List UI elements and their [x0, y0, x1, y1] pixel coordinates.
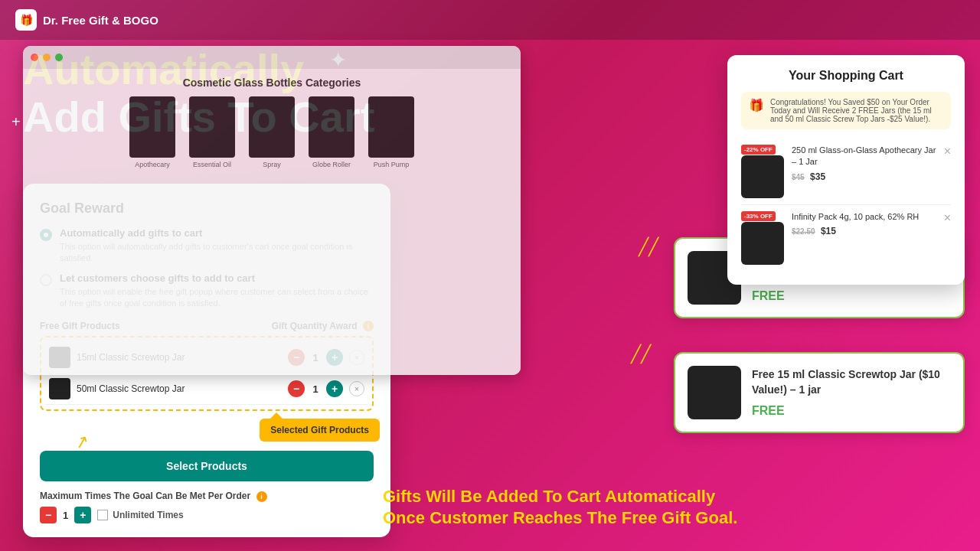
grid-item-2: Essential Oil	[185, 96, 239, 168]
cart-title: Your Shopping Cart	[741, 69, 951, 83]
cart-item-price-2: $22.50 $15	[792, 226, 936, 236]
qty-control-2: − 1 +	[288, 380, 343, 397]
cart-item-info-2: Infinity Pack 4g, 10 pack, 62% RH $22.50…	[792, 211, 936, 236]
product-row-2: 50ml Classic Screwtop Jar − 1 + ×	[46, 373, 368, 405]
free-gift-img-2	[688, 366, 741, 419]
qty-value-2: 1	[309, 383, 322, 395]
browser-page-title: Cosmetic Glass Bottles Categories	[31, 77, 513, 89]
product-thumb-2	[49, 378, 70, 399]
selected-tooltip: Selected Gift Products	[260, 419, 380, 442]
congrats-text: Congratulations! You Saved $50 on Your O…	[770, 98, 943, 123]
cart-badge-1: -22% OFF	[741, 145, 776, 155]
remove-2[interactable]: ×	[349, 381, 364, 396]
free-gift-price-1: FREE	[752, 289, 951, 303]
grid-item-1: Apothecary	[126, 96, 179, 168]
cart-item-2: -33% OFF Infinity Pack 4g, 10 pack, 62% …	[741, 205, 951, 271]
cart-item-price-1: $45 $35	[792, 171, 936, 182]
grid-label-4: Globe Roller	[305, 161, 358, 168]
free-gift-card-2: Free 15 ml Classic Screwtop Jar ($10 Val…	[674, 352, 965, 433]
app-header: 🎁 Dr. Free Gift & BOGO	[0, 0, 980, 40]
product-grid: Apothecary Essential Oil Spray Globe Rol…	[31, 96, 513, 168]
free-gift-price-2: FREE	[752, 404, 951, 418]
browser-dot-yellow	[43, 54, 51, 61]
max-plus-btn[interactable]: +	[74, 507, 91, 523]
cart-item-name-2: Infinity Pack 4g, 10 pack, 62% RH	[792, 211, 936, 223]
cart-item-old-price-1: $45	[792, 173, 805, 181]
qty-plus-2[interactable]: +	[326, 380, 343, 397]
browser-mock: Cosmetic Glass Bottles Categories Apothe…	[23, 46, 521, 375]
grid-item-4: Globe Roller	[305, 96, 358, 168]
grid-label-1: Apothecary	[126, 161, 179, 168]
cart-item-name-1: 250 ml Glass-on-Glass Apothecary Jar – 1…	[792, 145, 936, 168]
grid-item-5: Push Pump	[364, 96, 418, 168]
grid-img-2	[189, 96, 235, 158]
sparkle-2: ╱╱	[631, 344, 651, 364]
product-name-2: 50ml Classic Screwtop Jar	[77, 383, 282, 394]
grid-label-3: Spray	[245, 161, 299, 168]
free-gift-info-2: Free 15 ml Classic Screwtop Jar ($10 Val…	[752, 367, 951, 417]
cart-badge-2: -33% OFF	[741, 211, 776, 221]
browser-bar	[23, 46, 521, 69]
browser-dot-red	[31, 54, 38, 61]
browser-content: Cosmetic Glass Bottles Categories Apothe…	[23, 69, 521, 375]
cart-popup: Your Shopping Cart 🎁 Congratulations! Yo…	[727, 55, 965, 285]
unlimited-checkbox-row[interactable]: Unlimited Times	[97, 510, 183, 520]
grid-item-3: Spray	[245, 96, 299, 168]
grid-img-5	[368, 96, 414, 158]
cart-remove-1[interactable]: ×	[944, 145, 951, 158]
grid-img-3	[249, 96, 295, 158]
app-title: Dr. Free Gift & BOGO	[43, 14, 158, 27]
grid-img-4	[309, 96, 354, 158]
cart-item-1: -22% OFF 250 ml Glass-on-Glass Apothecar…	[741, 139, 951, 205]
max-times-info: i	[256, 491, 267, 502]
max-minus-btn[interactable]: −	[40, 507, 57, 523]
max-qty-value: 1	[63, 510, 68, 521]
sparkle-1: ╱╱	[639, 237, 658, 257]
plus-decoration-2: +	[11, 113, 21, 131]
max-times-section: Maximum Times The Goal Can Be Met Per Or…	[40, 491, 374, 523]
logo-icon: 🎁	[15, 9, 37, 31]
select-products-button[interactable]: Select Products	[40, 451, 374, 481]
bottom-text: Gifts Will Be Added To Cart Automaticall…	[383, 486, 965, 530]
free-gift-name-2: Free 15 ml Classic Screwtop Jar ($10 Val…	[752, 367, 951, 397]
browser-dot-green	[55, 54, 63, 61]
cart-item-info-1: 250 ml Glass-on-Glass Apothecary Jar – 1…	[792, 145, 936, 182]
grid-label-2: Essential Oil	[185, 161, 239, 168]
unlimited-label: Unlimited Times	[113, 510, 183, 520]
grid-img-1	[129, 96, 175, 158]
max-times-row: − 1 + Unlimited Times	[40, 507, 374, 523]
grid-label-5: Push Pump	[364, 161, 418, 168]
cart-item-img-2	[741, 222, 784, 265]
unlimited-checkbox[interactable]	[97, 510, 108, 520]
app-logo: 🎁 Dr. Free Gift & BOGO	[15, 9, 158, 31]
cart-remove-2[interactable]: ×	[944, 211, 951, 225]
cart-item-old-price-2: $22.50	[792, 227, 815, 236]
qty-minus-2[interactable]: −	[288, 380, 305, 397]
tooltip-arrow	[270, 412, 283, 419]
cart-item-img-1	[741, 155, 784, 198]
gift-icon: 🎁	[749, 98, 764, 112]
cart-congrats: 🎁 Congratulations! You Saved $50 on Your…	[741, 92, 951, 129]
